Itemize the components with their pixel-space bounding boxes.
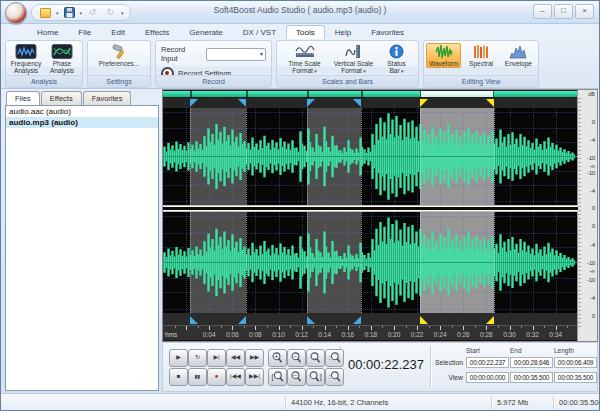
marker-strip-bottom[interactable] bbox=[163, 313, 578, 325]
file-item[interactable]: audio.aac (audio) bbox=[6, 106, 158, 117]
menu-tab-generate[interactable]: Generate bbox=[179, 25, 232, 39]
db-scale-ticks bbox=[578, 98, 581, 327]
zoom-previous-button[interactable]: ] bbox=[306, 368, 325, 386]
menu-tab-favorites[interactable]: Favorites bbox=[361, 25, 414, 39]
menu-tab-dx-vst[interactable]: DX / VST bbox=[233, 25, 286, 39]
play-button[interactable]: ▶ bbox=[169, 349, 188, 367]
frequency-analysis-icon bbox=[15, 44, 37, 59]
app-window: ▾ ▾ ↺ ↻ ▾ Soft4Boost Audio Studio ( audi… bbox=[0, 0, 600, 411]
maximize-button[interactable]: □ bbox=[554, 4, 573, 19]
spectral-view-button[interactable]: Spectral bbox=[463, 43, 498, 68]
table-cell-view-start[interactable]: 00:00:00.000 bbox=[466, 372, 509, 383]
selection-flag-bottom[interactable] bbox=[420, 316, 428, 324]
marker-flag-top[interactable] bbox=[190, 99, 198, 107]
marker-flag-top[interactable] bbox=[353, 99, 361, 107]
table-cell-selection-start[interactable]: 00:00:22.237 bbox=[466, 357, 509, 368]
marker-flag-bottom[interactable] bbox=[353, 316, 361, 324]
file-item[interactable]: audio.mp3 (audio) bbox=[6, 117, 158, 128]
panel-tab-effects[interactable]: Effects bbox=[41, 91, 82, 105]
db-scale-label: 0 bbox=[592, 313, 595, 319]
group-label-settings: Settings bbox=[88, 75, 150, 87]
table-cell-selection-length[interactable]: 00:00:06.409 bbox=[554, 357, 597, 368]
svg-text:]: ] bbox=[320, 373, 322, 381]
ruler-tick bbox=[394, 326, 395, 330]
table-cell-view-length[interactable]: 00:00:35.500 bbox=[554, 372, 597, 383]
waveform-view-button[interactable]: Waveform bbox=[426, 43, 461, 68]
overview-marker-notch bbox=[246, 91, 248, 97]
pause-button[interactable]: ▮▮ bbox=[188, 368, 207, 386]
menu-tab-edit[interactable]: Edit bbox=[101, 25, 135, 39]
panel-tab-favorites[interactable]: Favorites bbox=[83, 91, 132, 105]
time-ruler[interactable]: hms0:040:060:080:100:120:140:160:180:200… bbox=[163, 325, 578, 340]
vertical-scale-icon bbox=[343, 44, 365, 59]
status-bar-button[interactable]: Status Bar bbox=[380, 43, 414, 76]
selection-flag-bottom[interactable] bbox=[486, 316, 494, 324]
marker-flag-top[interactable] bbox=[238, 99, 246, 107]
ruler-unit-label: hms bbox=[165, 331, 177, 338]
zoom-full-button[interactable]: ‥ bbox=[306, 349, 325, 367]
zoom-selection-button[interactable]: [ bbox=[268, 368, 287, 386]
marker-flag-top[interactable] bbox=[307, 99, 315, 107]
time-scale-format-button[interactable]: Time Scale Format bbox=[282, 43, 328, 76]
play-file-button[interactable]: ▶| bbox=[207, 349, 226, 367]
ruler-label: 0:24 bbox=[428, 331, 452, 338]
stop-button[interactable]: ■ bbox=[169, 368, 188, 386]
menu-tab-effects[interactable]: Effects bbox=[135, 25, 179, 39]
loop-button[interactable]: ↻ bbox=[188, 349, 207, 367]
record-input-label: Record Input bbox=[161, 45, 202, 63]
menu-tab-home[interactable]: Home bbox=[27, 25, 68, 39]
overview-selection[interactable] bbox=[420, 91, 494, 97]
preferences-button[interactable]: Preferences... bbox=[90, 43, 148, 68]
transport-panel: 00:00:22.237 StartEndLengthSelection00:0… bbox=[162, 342, 598, 392]
zoom-horizontal-in-button[interactable]: : bbox=[325, 349, 344, 367]
go-to-end-button[interactable]: ▶▶| bbox=[245, 368, 264, 386]
db-scale-label: -10 bbox=[587, 170, 595, 176]
ruler-label: 0:06 bbox=[220, 331, 244, 338]
record-input-select[interactable] bbox=[206, 48, 266, 61]
envelope-view-button[interactable]: Envelope bbox=[501, 43, 536, 68]
zoom-in-button[interactable]: + bbox=[268, 349, 287, 367]
status-separator bbox=[491, 396, 492, 409]
marker-strip-top[interactable] bbox=[163, 98, 578, 108]
db-unit-label: dB bbox=[588, 91, 595, 97]
fast-forward-button[interactable]: ▶▶ bbox=[245, 349, 264, 367]
table-row-label: View bbox=[429, 374, 463, 381]
zoom-vertical-in-button[interactable]: : bbox=[325, 368, 344, 386]
panel-tab-files[interactable]: Files bbox=[6, 91, 40, 105]
zoom-selection-icon: [ bbox=[271, 370, 284, 383]
go-to-start-button[interactable]: |◀◀ bbox=[226, 368, 245, 386]
waveform-panel: hms0:040:060:080:100:120:140:160:180:200… bbox=[162, 89, 598, 342]
selection-flag-top[interactable] bbox=[420, 99, 428, 107]
zoom-in-icon: + bbox=[271, 351, 284, 364]
menu-tab-file[interactable]: File bbox=[68, 25, 101, 39]
waveform-display[interactable]: hms0:040:060:080:100:120:140:160:180:200… bbox=[163, 90, 578, 341]
ruler-tick bbox=[232, 326, 233, 330]
overview-bar bbox=[163, 91, 577, 97]
zoom-out-full-button[interactable]: − bbox=[287, 368, 306, 386]
overview-strip[interactable] bbox=[163, 90, 578, 98]
ribbon-group-record: Record Input Record Settings Record bbox=[155, 40, 272, 88]
close-button[interactable]: × bbox=[575, 4, 594, 19]
menu-tab-help[interactable]: Help bbox=[325, 25, 361, 39]
waveform-channels[interactable] bbox=[163, 108, 578, 313]
zoom-out-button[interactable]: − bbox=[287, 349, 306, 367]
marker-flag-bottom[interactable] bbox=[307, 316, 315, 324]
vertical-scale-format-button[interactable]: Vertical Scale Format bbox=[328, 43, 380, 76]
selection-flag-top[interactable] bbox=[486, 99, 494, 107]
table-cell-view-end[interactable]: 00:00:35.500 bbox=[510, 372, 553, 383]
frequency-analysis-button[interactable]: Frequency Analysis bbox=[8, 43, 44, 75]
svg-text::: : bbox=[329, 373, 331, 380]
ruler-label: 0:20 bbox=[382, 331, 406, 338]
svg-text:‥: ‥ bbox=[312, 353, 316, 360]
menu-tab-tools[interactable]: Tools bbox=[286, 25, 325, 39]
record-button[interactable]: ● bbox=[207, 368, 226, 386]
ruler-label: 0:12 bbox=[290, 331, 314, 338]
marker-flag-bottom[interactable] bbox=[238, 316, 246, 324]
phase-analysis-button[interactable]: Phase Analysis bbox=[44, 43, 80, 75]
rewind-button[interactable]: ◀◀ bbox=[226, 349, 245, 367]
marker-flag-bottom[interactable] bbox=[190, 316, 198, 324]
minimize-button[interactable]: – bbox=[533, 4, 552, 19]
table-cell-selection-end[interactable]: 00:00:28.646 bbox=[510, 357, 553, 368]
ruler-label: 0:30 bbox=[498, 331, 522, 338]
ruler-tick bbox=[406, 326, 407, 328]
